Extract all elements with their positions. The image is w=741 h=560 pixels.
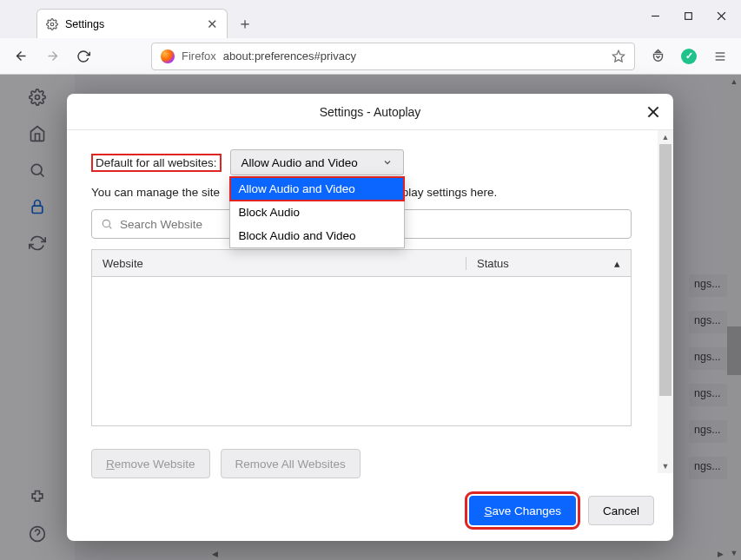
save-changes-button[interactable]: Save Changes	[469, 496, 576, 525]
url-identity: Firefox	[182, 49, 216, 63]
back-button[interactable]	[7, 43, 35, 70]
url-bar[interactable]: Firefox about:preferences#privacy	[151, 43, 635, 70]
col-status[interactable]: Status ▴	[466, 257, 631, 270]
cancel-button[interactable]: Cancel	[588, 496, 654, 525]
dialog-close-button[interactable]	[642, 101, 665, 123]
option-block-audio-video[interactable]: Block Audio and Video	[230, 224, 404, 247]
default-autoplay-dropdown: Allow Audio and Video Block Audio Block …	[229, 176, 405, 248]
nav-toolbar: Firefox about:preferences#privacy ✓	[0, 38, 741, 75]
firefox-icon	[161, 49, 175, 63]
new-tab-button[interactable]: ＋	[233, 11, 257, 36]
search-placeholder: Search Website	[120, 218, 202, 231]
option-block-audio[interactable]: Block Audio	[230, 201, 404, 224]
tab-close-icon[interactable]: ✕	[207, 16, 218, 32]
svg-marker-5	[612, 50, 624, 62]
chevron-down-icon	[382, 157, 393, 168]
reload-button[interactable]	[69, 43, 97, 70]
svg-rect-2	[685, 12, 691, 19]
dialog-title: Settings - Autoplay	[320, 105, 421, 119]
search-icon	[101, 218, 113, 230]
remove-all-websites-button[interactable]: Remove All Websites	[221, 449, 361, 478]
svg-point-17	[103, 220, 109, 227]
default-for-websites-label: Default for all websites:	[91, 154, 222, 172]
dialog-header: Settings - Autoplay	[67, 94, 673, 130]
svg-line-18	[109, 227, 112, 229]
window-maximize-button[interactable]	[673, 3, 703, 28]
websites-table-body	[91, 277, 632, 426]
settings-page: ngs...ngs...ngs...ngs...ngs...ngs... ▲▼ …	[0, 75, 741, 560]
svg-point-0	[50, 23, 54, 26]
autoplay-dialog: Settings - Autoplay Default for all webs…	[67, 94, 673, 541]
default-autoplay-select[interactable]: Allow Audio and Video	[230, 149, 404, 175]
app-menu-button[interactable]	[706, 43, 734, 70]
window-minimize-button[interactable]	[640, 3, 670, 28]
remove-website-button[interactable]: Remove Website	[91, 449, 210, 478]
forward-button[interactable]	[38, 43, 66, 70]
tab-title: Settings	[65, 18, 104, 30]
col-website[interactable]: Website	[92, 257, 466, 270]
window-titlebar: Settings ✕ ＋	[0, 0, 741, 38]
gear-icon	[46, 18, 58, 30]
websites-table: Website Status ▴	[91, 249, 632, 426]
select-value: Allow Audio and Video	[241, 156, 358, 169]
browser-tab[interactable]: Settings ✕	[36, 9, 228, 38]
pocket-icon[interactable]	[644, 43, 672, 70]
option-allow-audio-video[interactable]: Allow Audio and Video	[230, 177, 404, 201]
bookmark-star-icon[interactable]	[612, 49, 625, 63]
window-close-button[interactable]	[706, 3, 736, 28]
extension-badge[interactable]: ✓	[675, 43, 703, 70]
sort-indicator-icon: ▴	[614, 257, 620, 270]
url-text: about:preferences#privacy	[223, 49, 356, 63]
dialog-scrollbar[interactable]: ▲▼	[658, 130, 673, 473]
